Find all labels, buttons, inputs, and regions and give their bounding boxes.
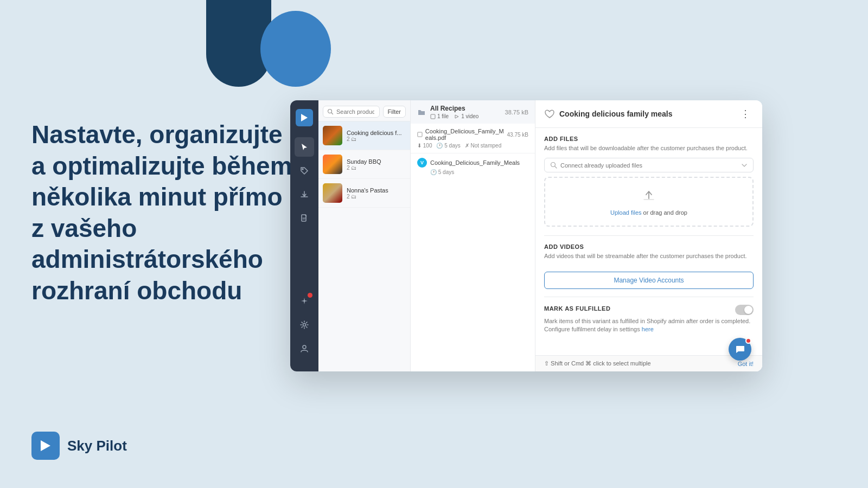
app-window: Filter Cooking delicious f... 2 🗂 Sunday… [290, 100, 762, 371]
section-divider-1 [544, 235, 754, 236]
sidebar-sparkle-icon[interactable] [295, 291, 314, 311]
upload-files-link[interactable]: Upload files [610, 209, 641, 216]
sidebar-tag-icon[interactable] [295, 161, 314, 181]
connect-search-icon [550, 162, 557, 169]
sidebar-settings-icon[interactable] [295, 315, 314, 335]
video-count-icon [454, 114, 459, 119]
notification-badge [308, 293, 312, 298]
files-panel: All Recipes 1 file 1 video 38.75 kB [411, 100, 535, 371]
sidebar-download-icon[interactable] [295, 185, 314, 204]
detail-panel: Cooking delicious family meals ⋮ ADD FIL… [535, 100, 762, 371]
decorative-circles [206, 0, 331, 87]
connect-files-input[interactable] [560, 162, 647, 169]
all-recipes-info: All Recipes 1 file 1 video [430, 105, 478, 119]
hint-text: ⇧ Shift or Cmd ⌘ click to select multipl… [544, 360, 651, 367]
more-options-button[interactable]: ⋮ [737, 107, 754, 121]
file-row-pdf[interactable]: Cooking_Delicious_Family_Meals.pdf 43.75… [411, 124, 535, 153]
fulfill-section: MARK AS FULFILLED Mark items of this var… [544, 305, 754, 334]
add-files-section: ADD FILES Add files that will be downloa… [544, 136, 754, 227]
product-thumb-bbq [323, 155, 342, 174]
detail-title-row: Cooking delicious family meals [544, 108, 673, 119]
add-videos-label: ADD VIDEOS [544, 243, 754, 250]
product-item-pasta[interactable]: Nonna's Pastas 2 🗂 [318, 179, 410, 208]
section-divider-2 [544, 297, 754, 297]
svg-rect-7 [431, 114, 435, 119]
vimeo-row-header: V Cooking_Delicious_Family_Meals [417, 158, 528, 168]
file-stamp: ✗ Not stamped [465, 143, 501, 149]
products-header: Filter [318, 100, 410, 121]
toggle-knob [744, 306, 752, 314]
file-days: 🕐 5 days [436, 143, 460, 149]
hero-heading: Nastavte, organizujte a optimalizujte bě… [31, 119, 297, 306]
sidebar-logo [296, 109, 313, 126]
upload-drop-area[interactable]: Upload files or drag and drop [544, 177, 754, 227]
product-thumb-pasta [323, 183, 342, 203]
add-files-desc: Add files that will be downloadable afte… [544, 144, 754, 152]
bottom-bar: ⇧ Shift or Cmd ⌘ click to select multipl… [535, 355, 762, 371]
file-meta-pdf: ⬇ 100 🕐 5 days ✗ Not stamped [417, 143, 528, 149]
brand-name: Sky Pilot [67, 438, 127, 454]
got-it-button[interactable]: Got it! [738, 361, 754, 367]
sidebar-cursor-icon[interactable] [295, 137, 314, 157]
sidebar-file-icon[interactable] [295, 209, 314, 228]
file-size-pdf: 43.75 kB [507, 132, 528, 138]
add-videos-section: ADD VIDEOS Add videos that will be strea… [544, 243, 754, 288]
product-item-bbq[interactable]: Sunday BBQ 2 🗂 [318, 150, 410, 179]
folder-icon [417, 108, 426, 117]
add-videos-desc: Add videos that will be streamable after… [544, 252, 754, 260]
sidebar [290, 100, 318, 371]
fulfill-toggle[interactable] [735, 305, 754, 315]
chat-bubble[interactable] [729, 338, 751, 361]
upload-search[interactable] [544, 158, 754, 172]
svg-rect-9 [418, 132, 422, 137]
svg-point-2 [302, 169, 303, 170]
product-count-pasta: 2 🗂 [347, 194, 406, 200]
file-count-icon [430, 114, 436, 119]
chat-badge [745, 338, 751, 344]
vimeo-logo: V [417, 158, 427, 168]
svg-point-4 [303, 324, 306, 326]
detail-title: Cooking delicious family meals [559, 110, 673, 118]
products-panel: Filter Cooking delicious f... 2 🗂 Sunday… [318, 100, 411, 371]
sidebar-user-icon[interactable] [295, 339, 314, 358]
product-info-bbq: Sunday BBQ 2 🗂 [347, 158, 406, 171]
all-recipes-size: 38.75 kB [505, 109, 528, 115]
circle-blue [260, 11, 331, 87]
detail-content: ADD FILES Add files that will be downloa… [535, 128, 762, 355]
vimeo-name: Cooking_Delicious_Family_Meals [430, 159, 520, 166]
product-count-bbq: 2 🗂 [347, 165, 406, 171]
brand-section: Sky Pilot [31, 432, 127, 460]
file-row-header: Cooking_Delicious_Family_Meals.pdf 43.75… [417, 128, 528, 141]
fulfill-header: MARK AS FULFILLED [544, 305, 754, 315]
fulfill-link[interactable]: here [642, 326, 654, 332]
product-name-bbq: Sunday BBQ [347, 158, 406, 165]
search-icon [327, 108, 334, 115]
product-info-pasta: Nonna's Pastas 2 🗂 [347, 187, 406, 200]
svg-point-6 [328, 110, 332, 113]
brand-icon [31, 432, 60, 460]
product-name-pasta: Nonna's Pastas [347, 187, 406, 194]
manage-video-accounts-button[interactable]: Manage Video Accounts [544, 272, 754, 289]
product-item-cooking[interactable]: Cooking delicious f... 2 🗂 [318, 121, 410, 150]
all-recipes-row[interactable]: All Recipes 1 file 1 video 38.75 kB [411, 100, 535, 124]
upload-text: Upload files or drag and drop [551, 209, 747, 216]
vimeo-meta: 🕐 5 days [417, 169, 528, 175]
all-recipes-left: All Recipes 1 file 1 video [417, 105, 478, 119]
filter-button[interactable]: Filter [383, 106, 406, 118]
pdf-icon [417, 131, 423, 138]
chat-icon [735, 344, 745, 355]
add-files-label: ADD FILES [544, 136, 754, 142]
fulfill-desc: Mark items of this variant as fulfilled … [544, 317, 754, 334]
vimeo-row[interactable]: V Cooking_Delicious_Family_Meals 🕐 5 day… [411, 153, 535, 179]
svg-point-10 [551, 163, 556, 167]
file-downloads: ⬇ 100 [417, 143, 432, 149]
upload-or-text: or drag and drop [643, 209, 687, 216]
dropdown-icon [741, 162, 748, 169]
heart-icon [544, 108, 555, 119]
search-box[interactable] [323, 106, 380, 118]
hero-section: Nastavte, organizujte a optimalizujte bě… [31, 119, 297, 306]
all-recipes-label: All Recipes [430, 105, 478, 112]
detail-header: Cooking delicious family meals ⋮ [535, 100, 762, 128]
file-name-pdf: Cooking_Delicious_Family_Meals.pdf [417, 128, 507, 141]
search-input[interactable] [336, 108, 374, 115]
